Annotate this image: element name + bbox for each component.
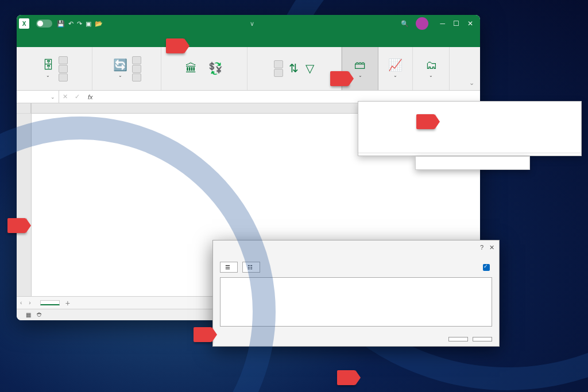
stats-icon[interactable]: ▦ xyxy=(26,312,31,318)
datatools-button[interactable]: 🗃⌄ xyxy=(353,57,367,80)
menubar xyxy=(17,32,480,47)
callout-1 xyxy=(7,218,26,233)
sort-az-icon[interactable] xyxy=(274,60,283,68)
refresh-all-button[interactable]: 🔄⌄ xyxy=(112,57,129,80)
touch-icon[interactable]: ▣ xyxy=(86,20,91,28)
checkbox-icon xyxy=(483,264,490,271)
mini-icon[interactable] xyxy=(132,65,141,73)
sort-button[interactable]: ⇅ xyxy=(288,61,300,77)
ok-button[interactable] xyxy=(448,337,468,341)
mini-icon[interactable] xyxy=(59,73,68,81)
has-headers-checkbox[interactable] xyxy=(483,264,492,271)
columns-listbox[interactable] xyxy=(220,277,492,327)
accessibility-icon[interactable]: ⛑ xyxy=(37,312,42,318)
search-icon[interactable]: 🔍 xyxy=(401,20,409,28)
open-icon[interactable]: 📂 xyxy=(95,20,103,28)
unselect-icon: ☷ xyxy=(247,264,253,270)
titlebar: X 💾 ↶ ↷ ▣ 📂 ∨ 🔍 ─ ☐ ✕ xyxy=(17,15,480,32)
callout-5 xyxy=(194,327,212,342)
mini-icon[interactable] xyxy=(132,73,141,81)
redo-icon[interactable]: ↷ xyxy=(77,20,82,28)
name-box[interactable]: ⌄ xyxy=(17,91,59,103)
sort-za-icon[interactable] xyxy=(274,69,283,77)
ribbon: 🗄⌄ 🔄⌄ 🏛 💱 ⇅ ▽ xyxy=(17,47,480,91)
save-icon[interactable]: 💾 xyxy=(57,20,65,28)
outline-button[interactable]: 🗂⌄ xyxy=(424,57,438,80)
mini-icon[interactable] xyxy=(59,56,68,64)
callout-2 xyxy=(166,38,184,53)
cancel-fx-icon[interactable]: ✕ xyxy=(59,93,71,100)
cancel-button[interactable] xyxy=(473,337,492,341)
datatools-group-label xyxy=(358,153,581,156)
get-data-button[interactable]: 🗄⌄ xyxy=(41,57,55,80)
autosave-toggle[interactable] xyxy=(34,20,52,28)
sheet-tab[interactable] xyxy=(40,300,60,305)
toggle-switch[interactable] xyxy=(36,20,52,28)
forecast-button[interactable]: 📈⌄ xyxy=(387,57,404,80)
callout-4 xyxy=(416,114,435,129)
ribbon-collapse-icon[interactable]: ⌄ xyxy=(467,77,477,89)
filter-button[interactable]: ▽ xyxy=(304,61,315,77)
select-all-button[interactable]: ☰ xyxy=(220,262,238,273)
row-headers xyxy=(17,103,32,296)
callout-3 xyxy=(330,71,349,86)
sheet-prev-icon[interactable]: ‹ xyxy=(17,300,25,306)
dialog-close-icon[interactable]: ✕ xyxy=(489,244,494,251)
enter-fx-icon[interactable]: ✓ xyxy=(71,93,83,100)
quick-access-toolbar: 💾 ↶ ↷ ▣ 📂 xyxy=(57,20,103,28)
mini-icon[interactable] xyxy=(132,56,141,64)
unselect-all-button[interactable]: ☷ xyxy=(242,262,260,273)
close-button[interactable]: ✕ xyxy=(467,20,473,28)
currencies-button[interactable]: 💱 xyxy=(207,61,224,77)
minimize-button[interactable]: ─ xyxy=(440,20,445,28)
datatools-dropdown xyxy=(358,101,582,156)
undo-icon[interactable]: ↶ xyxy=(68,20,74,28)
sheet-next-icon[interactable]: › xyxy=(25,300,34,306)
maximize-button[interactable]: ☐ xyxy=(453,20,459,28)
select-all-icon: ☰ xyxy=(225,264,230,270)
window-title: ∨ xyxy=(107,20,396,28)
dialog-help-icon[interactable]: ? xyxy=(480,244,483,251)
callout-6 xyxy=(337,370,355,385)
tooltip xyxy=(415,156,530,170)
add-sheet-button[interactable]: + xyxy=(60,298,76,308)
excel-icon: X xyxy=(19,18,29,29)
stocks-button[interactable]: 🏛 xyxy=(184,61,198,77)
user-avatar[interactable] xyxy=(416,17,428,30)
fx-icon[interactable]: fx xyxy=(83,94,98,100)
mini-icon[interactable] xyxy=(59,65,68,73)
remove-duplicates-dialog: ? ✕ ☰ ☷ xyxy=(212,240,500,347)
